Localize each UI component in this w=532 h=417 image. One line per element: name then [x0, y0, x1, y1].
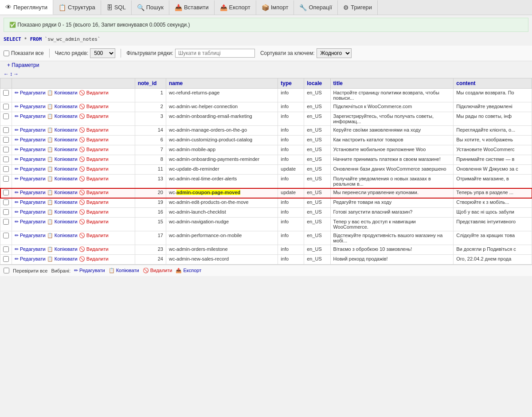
copy-btn[interactable]: 📋 Копіювати — [47, 209, 78, 215]
delete-btn[interactable]: 🚫 Видалити — [79, 127, 109, 133]
edit-btn[interactable]: ✏ Редагувати — [15, 199, 46, 205]
row-checkbox[interactable] — [3, 199, 9, 205]
delete-btn[interactable]: 🚫 Видалити — [79, 246, 109, 252]
th-locale[interactable]: locale — [304, 78, 330, 89]
edit-btn[interactable]: ✏ Редагувати — [15, 113, 46, 119]
copy-btn[interactable]: 📋 Копіювати — [47, 156, 78, 162]
copy-btn[interactable]: 📋 Копіювати — [47, 113, 78, 119]
row-checkbox[interactable] — [3, 127, 9, 133]
row-checkbox[interactable] — [3, 147, 9, 152]
show-all-checkbox[interactable] — [4, 51, 9, 56]
row-checkbox[interactable] — [3, 256, 9, 262]
delete-btn[interactable]: 🚫 Видалити — [79, 199, 109, 205]
th-title[interactable]: title — [330, 78, 454, 89]
bottom-delete-btn[interactable]: 🚫 Видалити — [143, 268, 172, 273]
sort-select[interactable]: Жодного note_id name type locale title — [317, 48, 352, 58]
edit-btn[interactable]: ✏ Редагувати — [15, 209, 46, 215]
bottom-export-btn[interactable]: 📤 Експорт — [176, 268, 201, 273]
row-checkbox[interactable] — [3, 104, 9, 109]
cell-title: Готові запустити власний магазин? — [330, 208, 454, 218]
bottom-check-all[interactable] — [4, 268, 9, 273]
delete-btn[interactable]: 🚫 Видалити — [79, 156, 109, 162]
row-checkbox[interactable] — [3, 246, 9, 252]
row-checkbox[interactable] — [3, 137, 9, 143]
copy-btn[interactable]: 📋 Копіювати — [47, 199, 78, 205]
edit-btn[interactable]: ✏ Редагувати — [15, 90, 46, 96]
edit-btn[interactable]: ✏ Редагувати — [15, 176, 46, 182]
nav-insert-label: Вставити — [184, 4, 209, 11]
row-checkbox[interactable] — [3, 190, 9, 195]
edit-btn[interactable]: ✏ Редагувати — [15, 219, 46, 225]
delete-btn[interactable]: 🚫 Видалити — [79, 219, 109, 225]
row-checkbox[interactable] — [3, 219, 9, 225]
copy-btn[interactable]: 📋 Копіювати — [47, 233, 78, 238]
copy-btn[interactable]: 📋 Копіювати — [47, 246, 78, 252]
edit-btn[interactable]: ✏ Редагувати — [15, 147, 46, 152]
edit-btn[interactable]: ✏ Редагувати — [15, 166, 46, 172]
th-type[interactable]: type — [278, 78, 304, 89]
nav-search[interactable]: 🔍 Пошук — [132, 0, 169, 15]
row-count-select[interactable]: 500 25 50 100 250 1000 — [90, 48, 115, 58]
edit-btn[interactable]: ✏ Редагувати — [15, 156, 46, 162]
row-checkbox[interactable] — [3, 176, 9, 182]
nav-insert[interactable]: 📥 Вставити — [169, 0, 215, 15]
nav-structure[interactable]: 📋 Структура — [53, 0, 101, 15]
nav-import[interactable]: 📦 Імпорт — [256, 0, 294, 15]
sort-icon[interactable]: ↕ — [10, 71, 12, 77]
row-checkbox[interactable] — [3, 166, 9, 172]
nav-triggers[interactable]: ⚙ Тригери — [338, 0, 378, 15]
edit-btn[interactable]: ✏ Редагувати — [15, 233, 46, 238]
delete-btn[interactable]: 🚫 Видалити — [79, 113, 109, 119]
nav-browse[interactable]: 👁 Переглянути — [0, 0, 53, 15]
edit-btn[interactable]: ✏ Редагувати — [15, 127, 46, 133]
params-link[interactable]: + Параметри — [4, 60, 43, 70]
bottom-copy-btn[interactable]: 📋 Копіювати — [109, 268, 139, 273]
delete-btn[interactable]: 🚫 Видалити — [79, 190, 109, 195]
copy-btn[interactable]: 📋 Копіювати — [47, 256, 78, 262]
delete-btn[interactable]: 🚫 Видалити — [79, 166, 109, 172]
delete-btn[interactable]: 🚫 Видалити — [79, 147, 109, 152]
delete-btn[interactable]: 🚫 Видалити — [79, 176, 109, 182]
bottom-edit-btn[interactable]: ✏ Редагувати — [74, 268, 105, 273]
copy-btn[interactable]: 📋 Копіювати — [47, 147, 78, 152]
th-content[interactable]: content — [454, 78, 532, 89]
row-checkbox[interactable] — [3, 90, 9, 96]
edit-btn[interactable]: ✏ Редагувати — [15, 190, 46, 195]
arrow-right[interactable]: → — [13, 71, 19, 77]
nav-operations[interactable]: 🔧 Операції — [294, 0, 338, 15]
copy-btn[interactable]: 📋 Копіювати — [47, 127, 78, 133]
copy-btn[interactable]: 📋 Копіювати — [47, 176, 78, 182]
edit-btn[interactable]: ✏ Редагувати — [15, 104, 46, 109]
arrow-left[interactable]: ← — [4, 71, 9, 77]
row-checkbox[interactable] — [3, 113, 9, 119]
nav-sql[interactable]: 🗄 SQL — [101, 0, 132, 15]
cell-content: Теперь упра в разделе ... — [454, 188, 532, 198]
cell-locale: en_US — [304, 155, 330, 165]
row-checkbox[interactable] — [3, 233, 9, 238]
row-checkbox[interactable] — [3, 209, 9, 215]
delete-btn[interactable]: 🚫 Видалити — [79, 233, 109, 238]
delete-btn[interactable]: 🚫 Видалити — [79, 137, 109, 143]
row-checkbox[interactable] — [3, 156, 9, 162]
edit-btn[interactable]: ✏ Редагувати — [15, 246, 46, 252]
nav-export-label: Експорт — [229, 4, 250, 11]
delete-btn[interactable]: 🚫 Видалити — [79, 209, 109, 215]
copy-btn[interactable]: 📋 Копіювати — [47, 90, 78, 96]
cell-content: Ви досягли р Подивіться с — [454, 245, 532, 255]
copy-btn[interactable]: 📋 Копіювати — [47, 104, 78, 109]
copy-btn[interactable]: 📋 Копіювати — [47, 166, 78, 172]
delete-btn[interactable]: 🚫 Видалити — [79, 90, 109, 96]
copy-btn[interactable]: 📋 Копіювати — [47, 190, 78, 195]
copy-btn[interactable]: 📋 Копіювати — [47, 137, 78, 143]
show-all-label[interactable]: Показати все — [4, 50, 44, 56]
edit-btn[interactable]: ✏ Редагувати — [15, 137, 46, 143]
copy-btn[interactable]: 📋 Копіювати — [47, 219, 78, 225]
nav-export[interactable]: 📤 Експорт — [215, 0, 256, 15]
delete-btn[interactable]: 🚫 Видалити — [79, 104, 109, 109]
table-row: ✏ Редагувати 📋 Копіювати 🚫 Видалити15wc-… — [0, 218, 532, 231]
th-name[interactable]: name — [166, 78, 278, 89]
filter-input[interactable] — [175, 49, 255, 58]
delete-btn[interactable]: 🚫 Видалити — [79, 256, 109, 262]
th-note-id[interactable]: note_id — [135, 78, 166, 89]
edit-btn[interactable]: ✏ Редагувати — [15, 256, 46, 262]
